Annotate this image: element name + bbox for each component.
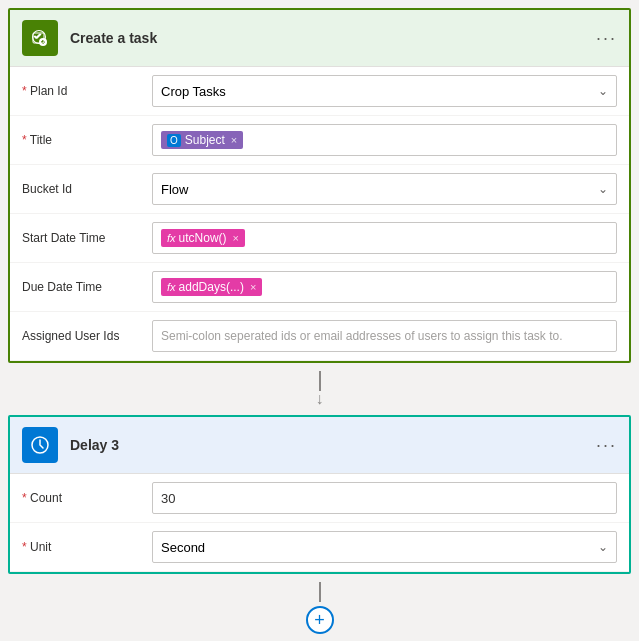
clock-icon (30, 435, 50, 455)
assigned-users-field[interactable]: Semi-colon seperated ids or email addres… (152, 320, 617, 352)
delay3-menu[interactable]: ··· (596, 435, 617, 456)
due-date-field[interactable]: fx addDays(...) × (152, 271, 617, 303)
create-task-title: Create a task (70, 30, 596, 46)
plan-id-arrow: ⌄ (598, 84, 608, 98)
unit-label: * Unit (22, 540, 152, 554)
count-row: * Count 30 (10, 474, 629, 523)
fx-icon-2: fx (167, 281, 176, 293)
plan-id-label: * Plan Id (22, 84, 152, 98)
due-date-label: Due Date Time (22, 280, 152, 294)
assigned-users-label: Assigned User Ids (22, 329, 152, 343)
delay3-card: Delay 3 ··· * Count 30 * Unit Second ⌄ (8, 415, 631, 574)
delay3-header: Delay 3 ··· (10, 417, 629, 474)
bucket-id-arrow: ⌄ (598, 182, 608, 196)
create-task-header: Create a task ··· (10, 10, 629, 67)
title-field[interactable]: O Subject × (152, 124, 617, 156)
unit-dropdown[interactable]: Second ⌄ (152, 531, 617, 563)
utcnow-token-close[interactable]: × (233, 232, 239, 244)
assigned-users-row: Assigned User Ids Semi-colon seperated i… (10, 312, 629, 361)
plan-id-dropdown[interactable]: Crop Tasks ⌄ (152, 75, 617, 107)
start-date-row: Start Date Time fx utcNow() × (10, 214, 629, 263)
outlook-icon: O (167, 134, 181, 147)
connector-2: + ↓ (8, 574, 631, 641)
create-task-menu[interactable]: ··· (596, 28, 617, 49)
unit-value: Second (161, 540, 205, 555)
connector-1: ↓ (8, 363, 631, 415)
utcnow-token: fx utcNow() × (161, 229, 245, 247)
assigned-users-placeholder: Semi-colon seperated ids or email addres… (161, 329, 563, 343)
subject-token: O Subject × (161, 131, 243, 149)
subject-token-close[interactable]: × (231, 134, 237, 146)
bucket-id-label: Bucket Id (22, 182, 152, 196)
create-task-icon (22, 20, 58, 56)
adddays-token: fx addDays(...) × (161, 278, 262, 296)
connector-arrow-1: ↓ (316, 391, 324, 407)
bucket-id-value: Flow (161, 182, 188, 197)
unit-row: * Unit Second ⌄ (10, 523, 629, 572)
unit-arrow: ⌄ (598, 540, 608, 554)
adddays-token-close[interactable]: × (250, 281, 256, 293)
start-date-field[interactable]: fx utcNow() × (152, 222, 617, 254)
connector-line-2 (319, 582, 321, 602)
delay3-title: Delay 3 (70, 437, 596, 453)
plan-id-value: Crop Tasks (161, 84, 226, 99)
delay3-icon (22, 427, 58, 463)
connector-line-1 (319, 371, 321, 391)
plan-id-row: * Plan Id Crop Tasks ⌄ (10, 67, 629, 116)
create-task-body: * Plan Id Crop Tasks ⌄ * Title O Subject… (10, 67, 629, 361)
count-field[interactable]: 30 (152, 482, 617, 514)
task-icon (30, 28, 50, 48)
delay3-body: * Count 30 * Unit Second ⌄ (10, 474, 629, 572)
bucket-id-row: Bucket Id Flow ⌄ (10, 165, 629, 214)
title-label: * Title (22, 133, 152, 147)
bucket-id-dropdown[interactable]: Flow ⌄ (152, 173, 617, 205)
start-date-label: Start Date Time (22, 231, 152, 245)
create-task-card: Create a task ··· * Plan Id Crop Tasks ⌄… (8, 8, 631, 363)
fx-icon-1: fx (167, 232, 176, 244)
title-row: * Title O Subject × (10, 116, 629, 165)
add-step-button[interactable]: + (306, 606, 334, 634)
due-date-row: Due Date Time fx addDays(...) × (10, 263, 629, 312)
count-label: * Count (22, 491, 152, 505)
count-value: 30 (161, 491, 175, 506)
